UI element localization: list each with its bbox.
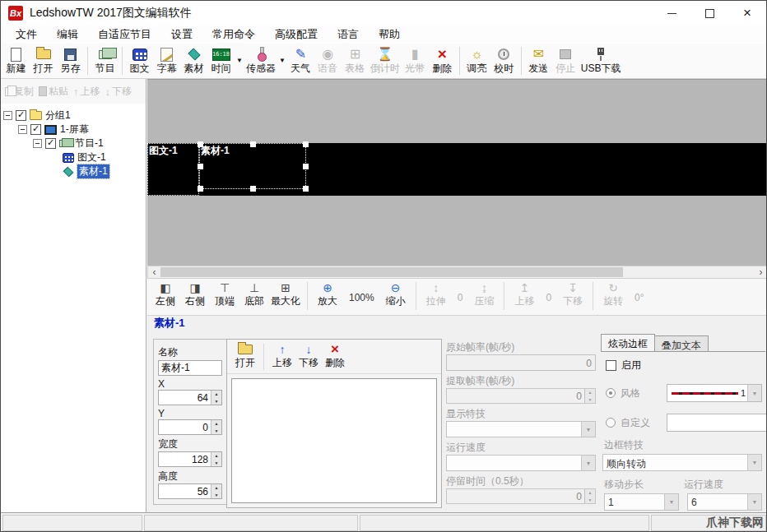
tree-item-program-1[interactable]: 节目-1 [1,136,146,150]
horizontal-scrollbar[interactable]: ‹ › [147,266,767,279]
sensor-dropdown-button[interactable]: ▼ [277,50,287,70]
toolbar-time-button[interactable]: 16:18 时间 [207,45,235,76]
menu-adaptive-program[interactable]: 自适应节目 [88,25,161,44]
tree-collapse-icon[interactable] [18,125,27,134]
resize-handle[interactable] [303,186,309,192]
border-effect-dropdown[interactable]: 顺向转动 [602,454,762,471]
toolbar-delete-button[interactable]: × 删除 [429,45,456,76]
chevron-down-icon[interactable] [747,385,761,401]
extract-rate-stepper[interactable]: 0 [446,388,596,404]
shift-up-button[interactable]: ↥ 上移 [509,280,539,308]
resize-handle[interactable] [198,164,203,169]
move-up-button[interactable]: ↑ 上移 [71,85,103,99]
stepper-arrows-icon[interactable] [584,389,595,403]
zoom-in-button[interactable]: ⊕ 放大 [313,280,342,308]
chevron-down-icon[interactable] [581,422,595,437]
stretch-button[interactable]: ↕ 拉伸 [421,280,451,308]
checkbox-checked-icon[interactable] [30,124,41,135]
menu-settings[interactable]: 设置 [161,25,202,44]
toolbar-send-button[interactable]: ✉ 发送 [525,45,552,76]
toolbar-weather-button[interactable]: ✎ 天气 [287,45,314,76]
toolbar-voice-button[interactable]: ◉ 语音 [314,45,342,76]
compress-button[interactable]: ↨ 压缩 [469,280,499,308]
toolbar-stop-button[interactable]: 停止 [552,45,579,76]
move-step-dropdown[interactable]: 1 [604,493,679,511]
stepper-arrows-icon[interactable] [211,420,221,434]
custom-file-input[interactable] [667,414,767,432]
close-button[interactable]: × [728,1,766,25]
time-dropdown-button[interactable]: ▼ [235,50,244,70]
tab-overlay-text[interactable]: 叠加文本 [655,335,709,351]
stay-time-stepper[interactable]: 0 [446,488,596,504]
toolbar-usb-download-button[interactable]: USB下载 [579,45,623,76]
toolbar-new-button[interactable]: 新建 [2,45,30,76]
material-file-list[interactable] [231,378,437,503]
chevron-down-icon[interactable] [747,494,761,510]
zoom-out-button[interactable]: ⊖ 缩小 [381,280,411,308]
file-move-up-button[interactable]: ↑ 上移 [269,342,295,369]
resize-handle[interactable] [303,164,309,169]
enable-checkbox[interactable] [606,360,616,371]
resize-handle[interactable] [198,186,203,192]
toolbar-program-button[interactable]: 节目 [91,45,119,76]
tree-collapse-icon[interactable] [3,111,12,120]
checkbox-checked-icon[interactable] [45,138,56,149]
align-top-button[interactable]: ⊤ 顶端 [210,280,239,308]
region-tuwen-1[interactable]: 图文-1 [147,143,199,196]
stepper-arrows-icon[interactable] [584,489,595,503]
copy-button[interactable]: 复制 [2,85,36,99]
toolbar-clock-sync-button[interactable]: 校时 [490,45,518,76]
checkbox-checked-icon[interactable] [16,110,26,121]
chevron-down-icon[interactable] [581,456,595,470]
tree-item-tuwen-1[interactable]: 图文-1 [1,150,146,164]
menu-help[interactable]: 帮助 [369,25,410,44]
stepper-arrows-icon[interactable] [211,391,221,405]
move-down-button[interactable]: ↓ 下移 [103,85,135,99]
menu-common-commands[interactable]: 常用命令 [202,25,265,44]
scrollbar-thumb[interactable] [160,267,623,277]
region-sucai-1-selected[interactable]: 素材-1 [199,143,306,189]
border-speed-dropdown[interactable]: 6 [687,493,762,511]
maximize-region-button[interactable]: ⊞ 最大化 [269,280,302,308]
shift-down-button[interactable]: ↧ 下移 [558,280,588,308]
toolbar-subtitle-button[interactable]: 字幕 [153,45,180,76]
align-left-button[interactable]: ◧ 左侧 [151,280,180,308]
toolbar-open-button[interactable]: 打开 [30,45,57,76]
toolbar-material-button[interactable]: 素材 [180,45,207,76]
toolbar-light-band-button[interactable]: ▮ 光带 [402,45,429,76]
stepper-arrows-icon[interactable] [211,484,221,498]
toolbar-graphic-text-button[interactable]: 图文 [126,45,153,76]
resize-handle[interactable] [303,141,309,147]
file-delete-button[interactable]: × 删除 [322,342,348,369]
x-stepper[interactable]: 64 [158,390,222,405]
paste-button[interactable]: 粘贴 [36,85,71,99]
display-effect-dropdown[interactable] [446,421,596,437]
minimize-button[interactable] [653,1,690,25]
menu-advanced-config[interactable]: 高级配置 [265,25,328,44]
style-dropdown[interactable]: 1 [667,384,762,402]
led-preview-canvas[interactable]: 图文-1 素材-1 [147,79,767,266]
width-stepper[interactable]: 128 [158,451,222,467]
custom-radio[interactable] [606,418,616,428]
scroll-left-icon[interactable]: ‹ [148,266,160,278]
menu-file[interactable]: 文件 [6,25,47,44]
toolbar-save-as-button[interactable]: 另存 [57,45,84,76]
file-move-down-button[interactable]: ↓ 下移 [295,342,322,369]
tab-dazzle-border[interactable]: 炫动边框 [601,334,655,351]
chevron-down-icon[interactable] [664,494,678,510]
name-input[interactable] [158,360,222,376]
rotate-button[interactable]: ↻ 旋转 [598,280,628,308]
chevron-down-icon[interactable] [747,455,761,470]
maximize-button[interactable] [690,1,728,25]
toolbar-table-button[interactable]: ⊞ 表格 [342,45,369,76]
tree-item-group-1[interactable]: 分组1 [1,109,146,123]
style-radio[interactable] [606,388,616,398]
y-stepper[interactable]: 0 [158,419,222,435]
run-speed-dropdown[interactable] [446,455,596,471]
align-right-button[interactable]: ◨ 右侧 [180,280,210,308]
toolbar-sensor-button[interactable]: 传感器 [244,45,277,76]
scroll-right-icon[interactable]: › [755,266,767,278]
resize-handle[interactable] [250,186,256,192]
tree-item-sucai-1[interactable]: 素材-1 [1,164,146,178]
menu-language[interactable]: 语言 [328,25,369,44]
